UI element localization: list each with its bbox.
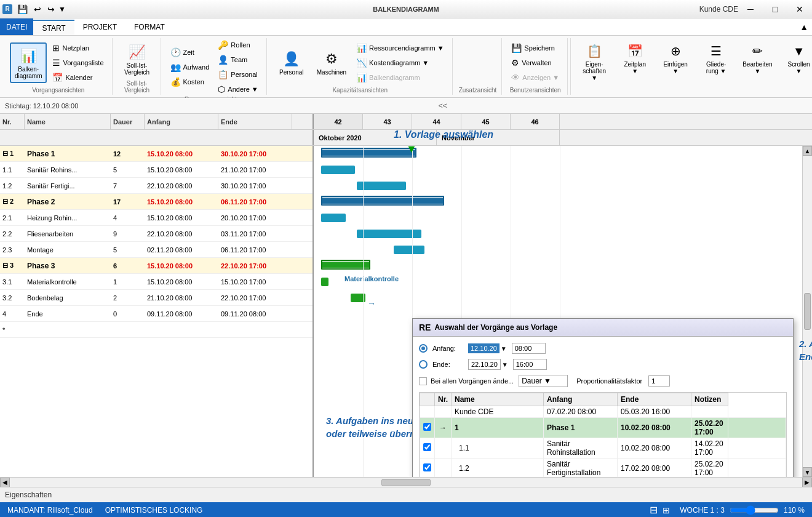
nav-left[interactable]: << [436, 102, 450, 110]
h-scroll-thumb[interactable] [381, 479, 431, 486]
ressourcendiagramm-btn[interactable]: 📊 Ressourcendiagramm ▼ [353, 41, 447, 55]
v-scrollbar[interactable]: ▲ ▼ [802, 146, 812, 477]
balken-kap-btn[interactable]: 📊 Balkendiagramm [353, 71, 447, 84]
cell-name: Heizung Rohin... [25, 214, 111, 222]
row-checkbox[interactable] [423, 463, 431, 471]
aufwand-btn[interactable]: 👥 Aufwand [167, 60, 213, 74]
kosten-btn[interactable]: 💰 Kosten [167, 75, 213, 89]
cb-cell[interactable] [420, 438, 435, 459]
cell-ende: 21.10.20 17:00 [218, 166, 292, 174]
vorgangsliste-btn[interactable]: ☰ Vorgangsliste [49, 56, 106, 70]
close-btn[interactable]: ✕ [787, 0, 812, 18]
cb-cell[interactable] [420, 459, 435, 478]
bearbeiten-btn[interactable]: ✏ Bearbeiten ▼ [738, 38, 776, 84]
team-btn[interactable]: 👤 Team [215, 53, 261, 66]
soll-ist-btn[interactable]: 📈 Soll-Ist-Vergleich [119, 39, 156, 79]
zeit-btn[interactable]: 🕐 Zeit [167, 46, 213, 59]
view-icon-2[interactable]: ⊞ [663, 505, 670, 515]
tab-datei[interactable]: DATEI [0, 18, 33, 35]
month-headers: Oktober 2020 November [314, 130, 812, 145]
zeit-icon: 🕐 [170, 47, 181, 57]
td-notizen [691, 406, 728, 418]
anzeigen-btn[interactable]: 👁 Anzeigen ▼ [508, 71, 562, 84]
table-row: 1.2 Sanitär Fertigi... 7 22.10.20 08:00 … [0, 178, 312, 194]
team-label: Team [231, 56, 247, 63]
td-notizen [728, 418, 786, 438]
scroll-left-btn[interactable]: ◀ [0, 478, 10, 487]
ende-time-input[interactable] [513, 359, 547, 370]
ende-date-value[interactable]: 22.10.20 [468, 359, 501, 370]
tab-projekt[interactable]: PROJEKT [74, 18, 125, 35]
dauer-dropdown-arrow[interactable]: ▼ [544, 377, 551, 385]
scroll-up-btn[interactable]: ▲ [803, 146, 812, 156]
month-oktober: Oktober 2020 [314, 130, 437, 145]
save-qs-btn[interactable]: 💾 [15, 3, 30, 15]
cell-nr: ⊟ 3 [0, 262, 25, 270]
personal-res-btn[interactable]: 📋 Personal [215, 68, 261, 81]
soll-ist-icon: 📈 [127, 42, 147, 62]
ribbon-collapse[interactable]: ▲ [796, 18, 812, 35]
qs-dropdown[interactable]: ▼ [58, 5, 66, 14]
checkbox-alle-row: Bei allen Vorgängen ände... Dauer ▼ Prop… [419, 375, 787, 387]
td-nr: 1.2 [452, 459, 544, 478]
scroll-down-btn[interactable]: ▼ [803, 467, 812, 477]
andere-btn[interactable]: ⬡ Andere ▼ [215, 82, 261, 96]
speichern-btn[interactable]: 💾 Speichern [508, 41, 562, 55]
annotation-step2: 2. Anfangs- oderEndtermin festlegen [799, 337, 812, 363]
view-icon-1[interactable]: ⊟ [650, 504, 658, 516]
left-col-headers: Nr. Name Dauer Anfang Ende [0, 114, 314, 129]
verwalten-icon: ⚙ [511, 58, 519, 68]
eigenschaften-btn[interactable]: 📋 Eigen-schaften ▼ [576, 38, 613, 84]
dauer-dropdown[interactable]: Dauer ▼ [519, 375, 568, 387]
table-row: Kunde CDE 07.02.20 08:00 05.03.20 16:00 [420, 406, 786, 418]
einfuegen-btn[interactable]: ⊕ Einfügen ▼ [657, 38, 694, 84]
table-row: 1.2 Sanitär Fertiginstallation 17.02.20 … [420, 459, 786, 478]
ende-row: Ende: 22.10.20 ▼ [419, 359, 787, 370]
minimize-btn[interactable]: ─ [738, 0, 763, 18]
maschinen-btn[interactable]: ⚙ Maschinen [312, 46, 351, 79]
cell-anfang: 15.10.20 08:00 [145, 214, 218, 222]
stichtag-bar: Stichtag: 12.10.20 08:00 << 1. Vorlage a… [0, 98, 812, 114]
anfang-radio[interactable] [419, 344, 428, 353]
scroll-right-btn[interactable]: ▶ [802, 478, 812, 487]
cb-cell[interactable] [420, 418, 435, 438]
rollen-btn[interactable]: 🔑 Rollen [215, 38, 261, 52]
task-table-container: Nr. Name Anfang Ende Notizen [419, 392, 787, 477]
redo-btn[interactable]: ↪ [45, 3, 57, 15]
alle-aendern-checkbox[interactable] [419, 377, 427, 385]
personal-kap-btn[interactable]: 👤 Personal [273, 46, 310, 79]
tab-format[interactable]: FORMAT [125, 18, 173, 35]
cell-anfang: 09.11.20 08:00 [145, 310, 218, 318]
row-checkbox[interactable] [423, 423, 431, 431]
prop-input[interactable] [648, 375, 670, 387]
anfang-time-input[interactable] [512, 343, 546, 354]
anfang-date-value[interactable]: 12.10.20 [468, 343, 500, 353]
undo-btn[interactable]: ↩ [31, 3, 44, 15]
maximize-btn[interactable]: □ [763, 0, 787, 18]
kostendiagramm-btn[interactable]: 📉 Kostendiagramm ▼ [353, 56, 447, 70]
zeitplan-btn[interactable]: 📅 Zeitplan ▼ [616, 38, 653, 84]
cell-anfang: 22.10.20 08:00 [145, 230, 218, 238]
th-name: Name [452, 393, 544, 406]
ende-date-dropdown[interactable]: ▼ [502, 361, 508, 368]
netzplan-btn[interactable]: ⊞ Netzplan [49, 41, 106, 55]
verwalten-btn[interactable]: ⚙ Verwalten [508, 56, 562, 70]
cell-nr: 3.2 [0, 294, 25, 302]
zoom-slider[interactable] [730, 505, 779, 515]
mandant-label: MANDANT: Rillsoft_Cloud [7, 506, 93, 515]
scrollen-btn[interactable]: ▼ Scrollen ▼ [781, 38, 812, 84]
scroll-thumb[interactable] [804, 293, 811, 330]
row-checkbox[interactable] [423, 443, 431, 451]
gliederung-btn[interactable]: ☰ Gliede-rung ▼ [698, 38, 734, 84]
anfang-date-dropdown[interactable]: ▼ [501, 345, 507, 352]
auswahl-dialog: RE Auswahl der Vorgänge aus Vorlage Anfa… [412, 318, 794, 477]
month-november: November [437, 130, 560, 145]
h-scrollbar: ◀ ▶ [0, 477, 812, 487]
ende-radio[interactable] [419, 360, 428, 369]
tab-start[interactable]: START [33, 20, 74, 35]
balkendiagramm-btn[interactable]: 📊 Balken-diagramm [10, 42, 47, 83]
andere-icon: ⬡ [218, 84, 225, 94]
kalender-btn[interactable]: 📅 Kalender [49, 71, 106, 84]
personal-res-label: Personal [231, 71, 257, 78]
cell-anfang: 21.10.20 08:00 [145, 294, 218, 302]
